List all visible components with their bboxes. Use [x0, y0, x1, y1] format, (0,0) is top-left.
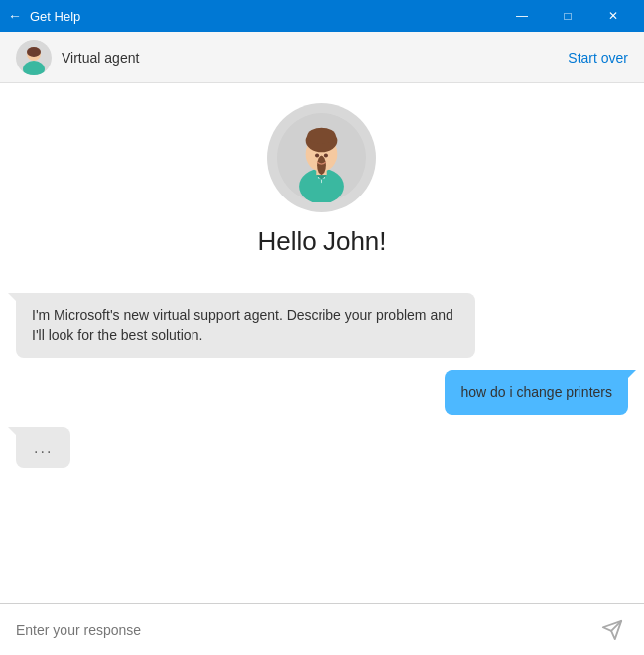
agent-header: Virtual agent Start over	[0, 32, 644, 83]
svg-point-9	[308, 128, 336, 144]
svg-point-10	[318, 156, 327, 176]
agent-message-bubble: I'm Microsoft's new virtual support agen…	[16, 293, 475, 358]
back-button[interactable]: ←	[8, 8, 22, 24]
typing-indicator: ...	[16, 427, 70, 468]
minimize-button[interactable]: —	[499, 0, 545, 32]
agent-avatar-icon	[16, 40, 52, 75]
message-row-user: how do i change printers	[16, 370, 628, 415]
title-bar: ← Get Help — □ ✕	[0, 0, 644, 32]
agent-avatar-svg	[277, 113, 366, 202]
avatar-small	[16, 40, 52, 75]
send-icon	[601, 619, 623, 641]
title-bar-left: ← Get Help	[8, 8, 499, 24]
avatar-container: Hello John!	[257, 103, 386, 277]
message-row-agent: I'm Microsoft's new virtual support agen…	[16, 293, 628, 358]
title-bar-controls: — □ ✕	[499, 0, 636, 32]
messages-container: I'm Microsoft's new virtual support agen…	[16, 293, 628, 468]
send-button[interactable]	[596, 614, 628, 646]
greeting-text: Hello John!	[257, 226, 386, 257]
svg-point-3	[27, 47, 41, 57]
close-button[interactable]: ✕	[590, 0, 636, 32]
input-area	[0, 603, 644, 655]
maximize-button[interactable]: □	[545, 0, 590, 32]
agent-name-label: Virtual agent	[62, 50, 568, 66]
agent-avatar-large	[267, 103, 376, 212]
svg-point-11	[316, 154, 320, 158]
message-row-typing: ...	[16, 427, 628, 468]
title-bar-title: Get Help	[30, 9, 80, 24]
chat-input[interactable]	[16, 622, 596, 638]
start-over-button[interactable]: Start over	[568, 50, 628, 66]
chat-area: Hello John! I'm Microsoft's new virtual …	[0, 83, 644, 603]
user-message-bubble: how do i change printers	[445, 370, 628, 415]
svg-point-12	[324, 154, 328, 158]
